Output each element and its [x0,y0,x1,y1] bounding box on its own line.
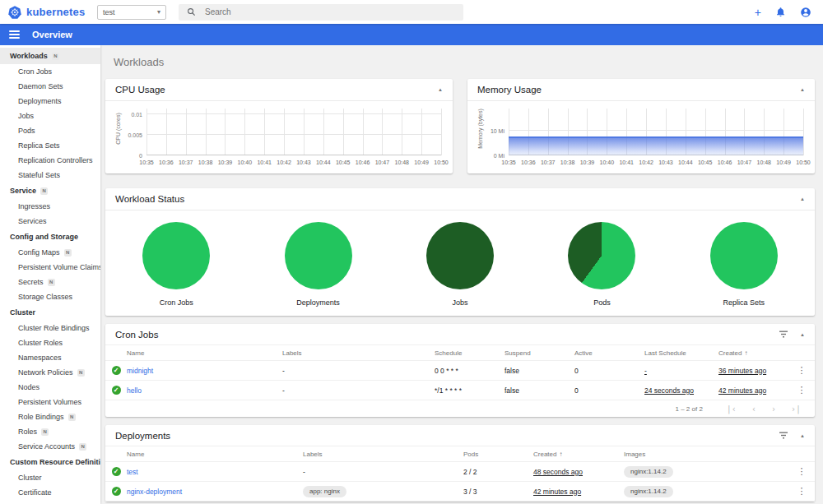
sidebar-group-label: Cluster [10,308,35,317]
col-created[interactable]: Created↑ [718,349,788,357]
sidebar-item-service-accounts[interactable]: Service AccountsN [0,439,100,454]
namespaced-badge: N [52,53,59,60]
collapse-icon[interactable]: ▲ [800,332,805,337]
col-created[interactable]: Created↑ [533,451,624,458]
col-active[interactable]: Active [574,349,644,357]
namespaced-badge: N [77,369,85,377]
collapse-icon[interactable]: ▲ [800,433,805,438]
deployments-card: Deployments ▲ Name Labels Pods Created↑ … [105,425,815,502]
sidebar-item-cluster-issuer[interactable]: Cluster Issuer [0,500,100,504]
x-tick-label: 10:40 [600,160,615,165]
sidebar-item-nodes[interactable]: Nodes [0,380,100,395]
last-page-icon[interactable]: ›| [791,405,801,414]
cronjob-name-link[interactable]: hello [127,386,282,395]
sidebar-item-cron-jobs[interactable]: Cron Jobs [0,64,100,79]
col-labels[interactable]: Labels [282,349,435,357]
table-row[interactable]: ✓ nginx-deployment app: nginx 3 / 3 42 m… [105,482,815,502]
col-last-schedule[interactable]: Last Schedule [644,349,718,357]
sidebar-item-daemon-sets[interactable]: Daemon Sets [0,79,100,94]
sidebar-item-config-maps[interactable]: Config MapsN [0,245,100,260]
search-icon [187,7,196,16]
deployment-name-link[interactable]: test [127,468,303,476]
chevron-down-icon: ▾ [157,8,160,16]
sidebar-item-storage-classes[interactable]: Storage Classes [0,289,100,304]
sidebar-item-services[interactable]: Services [0,214,100,229]
cronjob-name-link[interactable]: midnight [127,367,282,375]
row-menu-icon[interactable]: ⋮ [788,365,815,376]
sidebar-group-config-and-storage[interactable]: Config and Storage [0,229,100,245]
workload-status-item: Deployments [247,222,388,307]
sidebar-item-stateful-sets[interactable]: Stateful Sets [0,168,100,183]
create-resource-button[interactable]: + [755,7,761,18]
sidebar-group-custom-resource-definitions[interactable]: Custom Resource Definitions [0,454,100,470]
sidebar-group-service[interactable]: ServiceN [0,183,100,199]
sidebar-item-label: Services [18,217,47,225]
memory-usage-card-header: Memory Usage ▲ [467,79,815,101]
table-row[interactable]: ✓ hello - */1 * * * * false 0 24 seconds… [105,381,815,400]
sidebar-item-pods[interactable]: Pods [0,123,100,138]
sidebar-item-cluster-role-bindings[interactable]: Cluster Role Bindings [0,321,100,335]
next-page-icon[interactable]: › [771,405,776,414]
sidebar-item-replication-controllers[interactable]: Replication Controllers [0,153,100,168]
col-name[interactable]: Name [127,349,282,357]
cronjob-suspend: false [504,367,574,375]
sidebar-item-label: Storage Classes [18,293,72,301]
x-tick-label: 10:36 [521,160,536,165]
cronjob-last-schedule: 24 seconds ago [644,386,718,395]
sidebar-item-network-policies[interactable]: Network PoliciesN [0,365,100,380]
sidebar-item-secrets[interactable]: SecretsN [0,275,100,289]
first-page-icon[interactable]: |‹ [727,405,737,414]
sidebar-item-label: Nodes [18,383,40,391]
sidebar-item-namespaces[interactable]: Namespaces [0,350,100,365]
table-row[interactable]: ✓ test - 2 / 2 48 seconds ago nginx:1.14… [105,462,815,482]
sidebar-item-label: Stateful Sets [18,171,60,179]
y-tick-label: 0 Mi [494,153,504,159]
sidebar-item-roles[interactable]: RolesN [0,424,100,439]
gridline-vertical [421,109,422,155]
sidebar-item-persistent-volume-claims[interactable]: Persistent Volume ClaimsN [0,260,100,275]
row-menu-icon[interactable]: ⋮ [788,385,815,395]
sidebar-item-deployments[interactable]: Deployments [0,94,100,109]
user-account-icon[interactable] [800,7,811,18]
col-name[interactable]: Name [127,451,303,458]
notifications-bell-icon[interactable] [775,7,786,17]
filter-list-icon[interactable] [779,331,788,338]
sidebar-group-workloads[interactable]: WorkloadsN [0,48,100,64]
row-menu-icon[interactable]: ⋮ [788,486,815,497]
sidebar-item-role-bindings[interactable]: Role BindingsN [0,409,100,424]
x-tick-label: 10:47 [737,160,752,165]
sidebar-item-cluster[interactable]: Cluster [0,470,100,485]
col-labels[interactable]: Labels [303,451,463,458]
row-menu-icon[interactable]: ⋮ [788,466,815,477]
kubernetes-logo[interactable]: kubernetes [0,6,97,19]
collapse-icon[interactable]: ▲ [438,87,443,92]
menu-hamburger-icon[interactable] [9,30,20,39]
x-tick-label: 10:48 [757,160,772,165]
col-images[interactable]: Images [624,451,788,458]
sidebar-item-label: Role Bindings [18,413,64,421]
search-input[interactable]: Search [179,4,463,21]
col-pods[interactable]: Pods [463,451,533,458]
col-schedule[interactable]: Schedule [435,349,504,357]
table-row[interactable]: ✓ midnight - 0 0 * * * false 0 - 36 minu… [105,361,815,381]
deployment-name-link[interactable]: nginx-deployment [127,488,303,496]
sidebar-item-cluster-roles[interactable]: Cluster Roles [0,335,100,350]
col-suspend[interactable]: Suspend [504,349,574,357]
sidebar-item-certificate[interactable]: Certificate [0,485,100,500]
previous-page-icon[interactable]: ‹ [751,405,756,414]
sidebar-group-cluster[interactable]: Cluster [0,304,100,321]
filter-list-icon[interactable] [779,432,788,439]
collapse-icon[interactable]: ▲ [800,197,805,201]
namespaced-badge: N [41,428,49,436]
namespaced-badge: N [40,187,48,195]
collapse-icon[interactable]: ▲ [800,87,805,92]
sidebar-item-ingresses[interactable]: Ingresses [0,199,100,214]
sidebar-item-jobs[interactable]: Jobs [0,109,100,123]
sidebar-item-persistent-volumes[interactable]: Persistent Volumes [0,395,100,409]
sidebar-item-label: Deployments [18,97,62,105]
top-bar: kubernetes test ▾ Search + [0,0,823,24]
status-ok-icon: ✓ [112,386,121,395]
namespace-select[interactable]: test ▾ [97,5,166,20]
sidebar-group-label: Workloads [10,52,48,60]
sidebar-item-replica-sets[interactable]: Replica Sets [0,138,100,153]
